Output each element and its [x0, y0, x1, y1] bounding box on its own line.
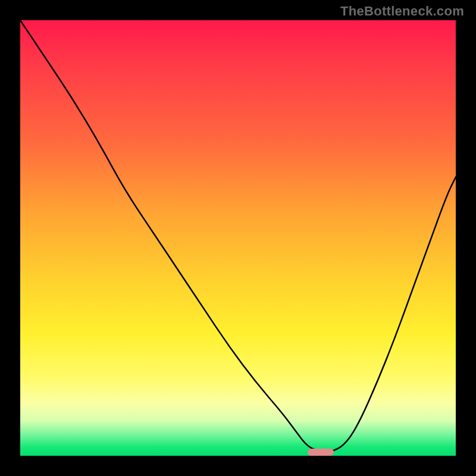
- chart-frame: TheBottleneck.com: [0, 0, 476, 476]
- plot-area: [20, 20, 456, 456]
- bottleneck-curve: [20, 20, 456, 452]
- attribution-text: TheBottleneck.com: [340, 4, 464, 19]
- minimum-marker: [308, 449, 334, 456]
- curve-layer: [20, 20, 456, 456]
